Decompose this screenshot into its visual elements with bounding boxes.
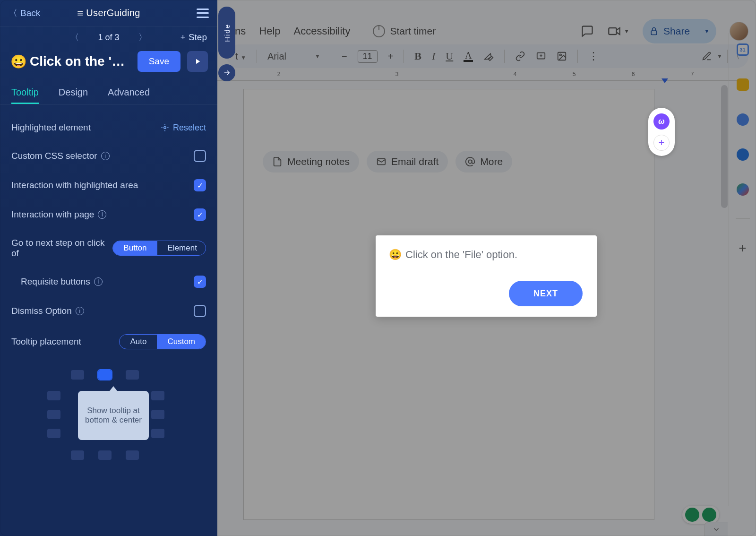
interaction-area-toggle[interactable]: ✓: [194, 179, 206, 191]
placement-hint: Show tooltip at bottom & center: [82, 406, 145, 425]
next-label: NEXT: [533, 289, 558, 299]
info-icon[interactable]: i: [94, 277, 103, 286]
requisite-label: Requisite buttons: [21, 277, 90, 287]
highlighted-element-label: Highlighted element: [11, 122, 91, 133]
placement-option-custom[interactable]: Custom: [157, 335, 206, 349]
tooltip-emoji: 😀: [389, 249, 402, 261]
back-button[interactable]: 〈 Back: [9, 7, 40, 19]
requisite-toggle[interactable]: ✓: [194, 276, 206, 288]
placement-label: Tooltip placement: [11, 337, 81, 347]
chevron-left-icon: 〈: [9, 7, 17, 19]
placement-slot-tl[interactable]: [71, 370, 84, 380]
logo-mark-icon: ≡: [77, 7, 83, 19]
step-counter: 1 of 3: [98, 33, 119, 43]
info-icon[interactable]: i: [101, 152, 110, 160]
info-icon[interactable]: i: [76, 307, 84, 315]
brand-logo: ≡ UserGuiding: [77, 7, 140, 19]
title-text: Click on the 'Fil…: [30, 54, 131, 69]
widget-add-icon[interactable]: +: [653, 135, 670, 151]
prev-step-button[interactable]: 〈: [70, 32, 79, 43]
svg-point-7: [164, 127, 166, 129]
tab-tooltip[interactable]: Tooltip: [11, 82, 39, 104]
widget-logo-icon[interactable]: ω: [653, 113, 670, 130]
panel-tabs: Tooltip Design Advanced: [0, 78, 217, 104]
css-selector-label: Custom CSS selector: [11, 151, 97, 161]
collapse-panel-button[interactable]: [218, 64, 235, 81]
placement-slot-bc[interactable]: [98, 450, 112, 460]
title-emoji: 😀: [10, 54, 27, 69]
placement-grid: Show tooltip at bottom & center: [52, 370, 165, 465]
brand-label: UserGuiding: [86, 8, 140, 18]
tooltip-text: Click on the 'File' option.: [405, 249, 517, 261]
tab-design[interactable]: Design: [59, 82, 88, 104]
placement-slot-lt[interactable]: [47, 391, 60, 400]
hide-label: Hide: [223, 24, 231, 42]
reselect-button[interactable]: Reselect: [161, 123, 206, 133]
interaction-area-label: Interaction with highlighted area: [11, 180, 138, 190]
goto-segmented: Button Element: [112, 241, 206, 256]
save-button[interactable]: Save: [137, 51, 180, 72]
tab-advanced[interactable]: Advanced: [108, 82, 150, 104]
placement-option-auto[interactable]: Auto: [120, 335, 157, 349]
userguiding-panel: 〈 Back ≡ UserGuiding 〈 1 of 3 〉 + Step 😀…: [0, 0, 217, 536]
preview-play-button[interactable]: [187, 51, 208, 72]
interaction-page-toggle[interactable]: ✓: [194, 208, 206, 221]
placement-slot-tr[interactable]: [126, 370, 139, 380]
plus-icon: +: [180, 32, 186, 43]
placement-slot-rm[interactable]: [151, 410, 164, 419]
placement-slot-br[interactable]: [126, 450, 139, 460]
info-icon[interactable]: i: [98, 210, 106, 219]
back-label: Back: [20, 8, 40, 18]
placement-preview: Show tooltip at bottom & center: [78, 391, 149, 440]
save-label: Save: [149, 56, 169, 67]
placement-slot-rb[interactable]: [151, 429, 164, 438]
menu-icon[interactable]: [197, 9, 209, 18]
interaction-page-label: Interaction with page: [11, 209, 94, 220]
next-step-button[interactable]: 〉: [138, 32, 147, 43]
dismiss-toggle[interactable]: [194, 305, 206, 317]
dismiss-label: Dismiss Option: [11, 306, 72, 316]
tooltip-next-button[interactable]: NEXT: [509, 281, 583, 306]
add-step-button[interactable]: + Step: [180, 32, 207, 43]
goto-option-element[interactable]: Element: [157, 241, 206, 255]
placement-slot-tc[interactable]: [98, 370, 112, 380]
placement-slot-lb[interactable]: [47, 429, 60, 438]
step-title: 😀 Click on the 'Fil…: [10, 54, 131, 69]
add-step-label: Step: [189, 32, 207, 43]
placement-slot-lm[interactable]: [47, 410, 60, 419]
goto-label: Go to next step on click of: [11, 238, 112, 259]
goto-option-button[interactable]: Button: [113, 241, 157, 255]
hide-panel-tab[interactable]: Hide: [218, 7, 235, 59]
reselect-label: Reselect: [173, 123, 206, 133]
css-selector-toggle[interactable]: [194, 150, 206, 162]
floating-widget[interactable]: ω +: [648, 108, 675, 156]
target-icon: [161, 123, 169, 132]
placement-slot-bl[interactable]: [71, 450, 84, 460]
placement-slot-rt[interactable]: [151, 391, 164, 400]
tooltip-preview: 😀 Click on the 'File' option. NEXT: [376, 235, 597, 317]
placement-segmented: Auto Custom: [119, 334, 206, 349]
